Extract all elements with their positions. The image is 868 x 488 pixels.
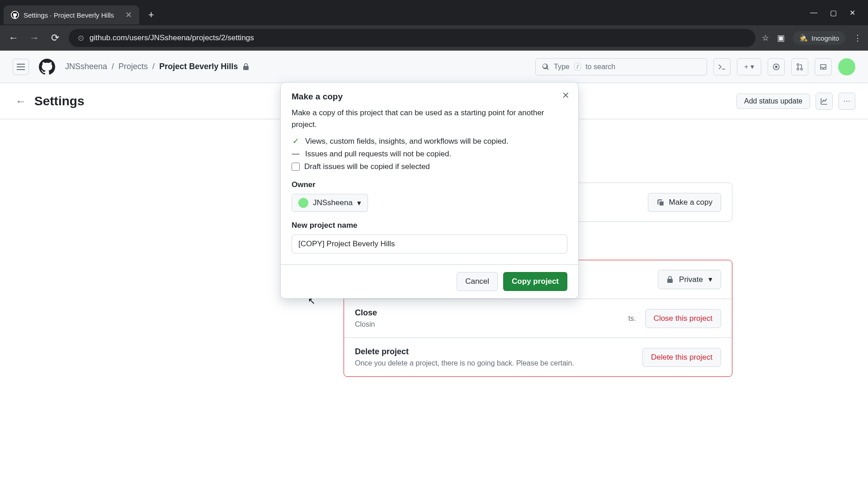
check-icon: ✓ [292,136,300,146]
panel-icon[interactable]: ▣ [777,33,785,43]
modal-description: Make a copy of this project that can be … [292,107,567,130]
copy-includes-text: Views, custom fields, insights, and work… [305,137,508,146]
cancel-button[interactable]: Cancel [457,272,498,291]
modal-title: Make a copy [292,92,567,102]
url-text: github.com/users/JNSsheena/projects/2/se… [90,33,254,42]
project-name-input[interactable] [292,235,567,253]
chevron-down-icon: ▾ [357,198,361,208]
browser-tab[interactable]: Settings · Project Beverly Hills ✕ [4,5,139,24]
close-window-icon[interactable]: ✕ [849,9,855,17]
project-name-label: New project name [292,221,567,230]
incognito-icon: 🕵 [799,34,808,42]
address-bar: ← → ⟳ ⊙ github.com/users/JNSsheena/proje… [0,25,868,51]
new-tab-button[interactable]: + [143,9,160,21]
dash-icon: — [292,150,300,159]
github-favicon [11,11,19,19]
incognito-badge[interactable]: 🕵 Incognito [793,31,845,45]
site-info-icon[interactable]: ⊙ [78,33,84,43]
modal-close-button[interactable]: ✕ [557,87,574,103]
draft-issues-checkbox-label[interactable]: Draft issues will be copied if selected [292,162,567,171]
minimize-icon[interactable]: — [810,9,817,17]
owner-select[interactable]: JNSsheena ▾ [292,194,368,212]
make-copy-modal: ✕ Make a copy Make a copy of this projec… [280,82,579,299]
reload-icon[interactable]: ⟳ [48,32,62,44]
copy-excludes-text: Issues and pull requests will not be cop… [305,150,451,159]
draft-issues-checkbox[interactable] [292,163,300,171]
browser-tab-strip: Settings · Project Beverly Hills ✕ + — ▢… [0,0,868,25]
owner-label: Owner [292,180,567,189]
back-icon[interactable]: ← [6,32,21,44]
forward-icon[interactable]: → [27,32,42,44]
maximize-icon[interactable]: ▢ [830,9,837,17]
modal-overlay: ✕ Make a copy Make a copy of this projec… [0,51,868,488]
owner-avatar [298,198,308,208]
tab-title: Settings · Project Beverly Hills [24,11,114,19]
url-field[interactable]: ⊙ github.com/users/JNSsheena/projects/2/… [69,29,755,47]
browser-menu-icon[interactable]: ⋮ [854,33,862,43]
window-controls: — ▢ ✕ [810,9,864,17]
close-tab-icon[interactable]: ✕ [125,10,132,20]
bookmark-icon[interactable]: ☆ [762,33,769,43]
copy-project-button[interactable]: Copy project [503,272,567,291]
